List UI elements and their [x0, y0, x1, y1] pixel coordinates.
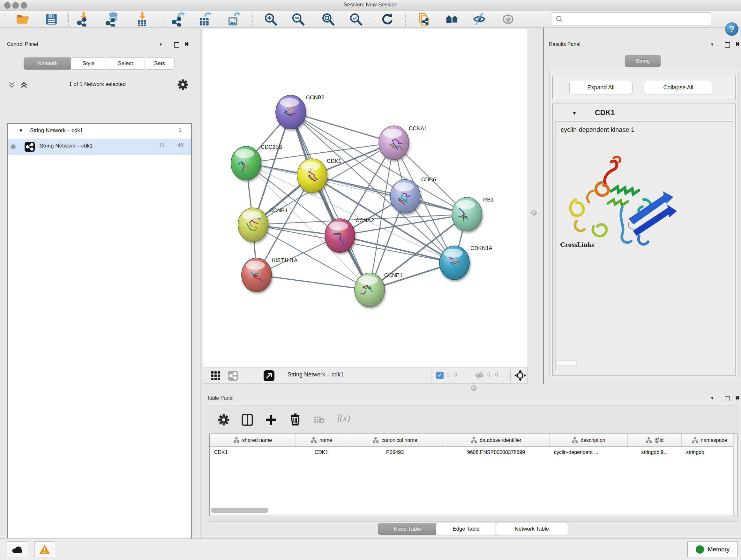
- network-node-CCNB1[interactable]: [238, 208, 268, 242]
- gear-icon[interactable]: [178, 79, 188, 90]
- network-node-CDKN1A[interactable]: [440, 246, 469, 280]
- network-node-CCNE1[interactable]: [354, 273, 385, 307]
- control-panel-menu-icon[interactable]: ▾: [159, 42, 162, 47]
- table-panel-close-icon[interactable]: ✖: [735, 395, 740, 401]
- add-column-plus-icon[interactable]: [265, 414, 277, 426]
- table-cell[interactable]: stringdb: [682, 447, 737, 458]
- table-settings-gear-icon[interactable]: [218, 414, 229, 426]
- network-node-CDC25B[interactable]: [231, 146, 261, 180]
- network-node-RB1[interactable]: [452, 197, 482, 231]
- tab-string[interactable]: String: [625, 55, 661, 67]
- table-cell[interactable]: 9606.ENSP00000378699: [443, 447, 549, 458]
- collection-label: String Network – cdk1: [30, 127, 83, 134]
- table-cell[interactable]: cyclin-dependent ...: [549, 447, 627, 458]
- network-tree: ▼ String Network – cdk1 1 String Network…: [7, 123, 192, 560]
- column-header-name[interactable]: name: [296, 434, 347, 447]
- show-all-button[interactable]: [500, 11, 516, 27]
- network-node-CCNB2[interactable]: [276, 95, 306, 129]
- delete-column-trash-icon[interactable]: [289, 413, 301, 426]
- warning-status-button[interactable]: [34, 542, 55, 557]
- open-in-new-window-icon[interactable]: [263, 370, 275, 381]
- card-scrollbar[interactable]: [556, 361, 577, 366]
- apply-layout-button[interactable]: [380, 11, 395, 27]
- table-cell[interactable]: stringdb:9...: [628, 447, 681, 458]
- export-table-button[interactable]: [197, 11, 212, 27]
- search-input[interactable]: [566, 14, 711, 24]
- hide-selected-button[interactable]: [472, 11, 487, 27]
- collapse-all-chevron-icon[interactable]: [8, 81, 17, 89]
- table-cell[interactable]: CDK1: [296, 447, 347, 458]
- column-header-databaseidentifier[interactable]: database identifier: [443, 434, 549, 447]
- column-header-sharedname[interactable]: shared name: [210, 434, 296, 447]
- results-panel-float-icon[interactable]: [725, 42, 730, 48]
- grid-icon[interactable]: [211, 371, 220, 381]
- network-node-CDK1[interactable]: [297, 159, 327, 192]
- column-header-id[interactable]: @id: [628, 434, 682, 447]
- tree-expand-icon[interactable]: ▼: [18, 128, 23, 133]
- column-header-canonicalname[interactable]: canonical name: [347, 434, 443, 447]
- import-table-button[interactable]: [135, 11, 150, 27]
- control-panel-float-icon[interactable]: [174, 42, 179, 48]
- network-node-CCNA1[interactable]: [379, 126, 409, 160]
- table-panel-menu-icon[interactable]: ▾: [711, 395, 714, 401]
- column-header-namespace[interactable]: namespace: [682, 434, 738, 447]
- network-node-label: HIST1H1A: [272, 257, 298, 263]
- results-panel-close-icon[interactable]: ✖: [735, 41, 740, 48]
- tab-edge-table[interactable]: Edge Table: [436, 523, 496, 535]
- card-collapse-icon[interactable]: ▼: [572, 111, 577, 116]
- network-node-HIST1H1A[interactable]: [242, 258, 272, 292]
- column-header-label: database identifier: [480, 437, 522, 443]
- splitter-handle-vertical[interactable]: [531, 210, 537, 215]
- show-columns-icon[interactable]: [241, 414, 254, 426]
- first-neighbors-button[interactable]: [444, 11, 460, 27]
- new-network-from-selection-button[interactable]: [416, 11, 432, 27]
- tab-network[interactable]: Network: [23, 57, 71, 70]
- network-row-selected[interactable]: String Network – cdk1 11 48: [8, 138, 191, 155]
- network-edge[interactable]: [291, 112, 369, 290]
- column-header-label: name: [320, 437, 332, 443]
- tab-node-table[interactable]: Node Table: [378, 523, 436, 535]
- column-header-label: @id: [655, 437, 664, 443]
- network-edge[interactable]: [257, 275, 369, 290]
- cloud-status-button[interactable]: [7, 542, 28, 557]
- table-horizontal-scrollbar[interactable]: [211, 508, 268, 513]
- import-network-file-button[interactable]: [76, 11, 91, 27]
- table-vertical-scrollbar[interactable]: [733, 434, 738, 516]
- hidden-eye-slash-icon: [475, 371, 485, 380]
- network-edge[interactable]: [312, 176, 467, 214]
- zoom-fit-button[interactable]: [320, 11, 336, 27]
- save-session-button[interactable]: [44, 11, 59, 27]
- expand-all-button[interactable]: Expand All: [569, 81, 632, 94]
- table-cell[interactable]: P06493: [347, 447, 443, 458]
- column-header-description[interactable]: description: [549, 434, 628, 447]
- tab-sets[interactable]: Sets: [145, 57, 175, 70]
- table-cell[interactable]: CDK1: [210, 447, 295, 458]
- network-selection-summary: 1 of 1 Network selected: [38, 81, 156, 87]
- memory-button[interactable]: Memory: [687, 542, 738, 557]
- expand-all-chevron-icon[interactable]: [20, 81, 29, 89]
- network-edge[interactable]: [291, 112, 394, 143]
- tab-network-table[interactable]: Network Table: [495, 523, 568, 535]
- network-canvas[interactable]: CCNB2CCNA1CDC25BCDK1CDC6RB1CCNB1CCNA2CDK…: [203, 29, 527, 368]
- export-image-button[interactable]: [226, 11, 241, 27]
- import-network-database-button[interactable]: [105, 11, 120, 27]
- network-collection-row[interactable]: ▼ String Network – cdk1 1: [8, 125, 191, 138]
- selected-checkbox-icon[interactable]: ✓: [436, 372, 444, 379]
- tab-style[interactable]: Style: [71, 57, 106, 70]
- network-node-CDC6[interactable]: [390, 179, 420, 213]
- export-network-button[interactable]: [171, 11, 186, 27]
- results-panel-menu-icon[interactable]: ▾: [711, 42, 714, 47]
- network-node-CCNA2[interactable]: [325, 219, 355, 253]
- control-panel-divider[interactable]: [200, 27, 201, 538]
- birds-eye-view-icon[interactable]: [227, 370, 239, 381]
- open-session-button[interactable]: [15, 11, 30, 27]
- zoom-in-button[interactable]: [263, 11, 278, 27]
- tab-select[interactable]: Select: [106, 57, 145, 70]
- control-panel-close-icon[interactable]: ✖: [185, 41, 189, 48]
- fit-content-crosshair-icon[interactable]: [514, 369, 526, 381]
- table-panel-float-icon[interactable]: [725, 396, 730, 401]
- collapse-all-button[interactable]: Collapse All: [644, 81, 713, 94]
- zoom-selected-button[interactable]: [348, 11, 363, 27]
- network-node-label: CDKN1A: [470, 245, 493, 251]
- zoom-out-button[interactable]: [290, 11, 306, 27]
